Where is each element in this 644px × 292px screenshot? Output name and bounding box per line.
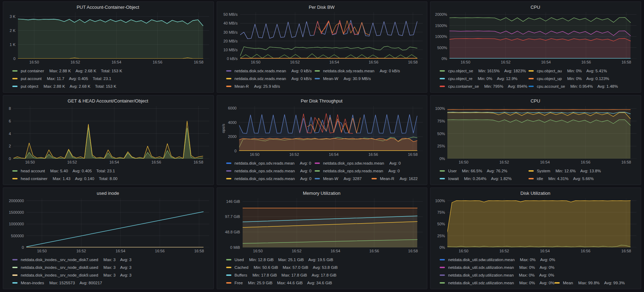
legend-series-name[interactable]: Iowait <box>448 175 459 182</box>
chart-plot[interactable] <box>449 12 637 59</box>
legend-item[interactable]: Mean-RAvg: 1622 <box>372 175 418 182</box>
series-color-swatch[interactable] <box>528 86 534 87</box>
panel-title[interactable]: CPU <box>434 98 637 104</box>
panel-title[interactable]: Disk Utilization <box>434 191 637 196</box>
series-color-swatch[interactable] <box>440 170 445 172</box>
legend-series-name[interactable]: netdata.disk.sdx.reads.mean <box>235 67 286 75</box>
legend-series-name[interactable]: netdata.disk_ops.sdv.reads.mean <box>235 159 295 167</box>
series-color-swatch[interactable] <box>12 170 18 172</box>
series-color-swatch[interactable] <box>440 78 445 79</box>
legend-item[interactable]: netdata.disk_ops.sdv.reads.meanAvg: 0 <box>226 159 315 167</box>
legend-series-name[interactable]: put account <box>21 75 41 82</box>
series-color-swatch[interactable] <box>12 70 18 72</box>
series-color-swatch[interactable] <box>554 282 560 284</box>
legend-item[interactable]: netdata.disk_inodes._srv_node_disk7.used… <box>12 256 132 264</box>
legend-series-name[interactable]: cpu.object_re <box>448 75 472 82</box>
legend-item[interactable]: netdata.disk_ops.sdx.reads.meanAvg: 0 <box>226 167 315 175</box>
panel-title[interactable]: used inode <box>7 191 209 196</box>
legend-series-name[interactable]: netdata.disk_util.sdx.utilization.mean <box>448 264 514 271</box>
legend-series-name[interactable]: cpu.object_se <box>448 67 473 75</box>
series-color-swatch[interactable] <box>528 170 534 172</box>
legend-series-name[interactable]: netdata.disk_ops.sdw.reads.mean <box>323 159 384 167</box>
chart-plot[interactable] <box>13 106 209 159</box>
legend-series-name[interactable]: System <box>537 167 550 175</box>
legend-item[interactable]: cpu.object_reMin: 0%Avg: 12.9% <box>440 75 528 82</box>
legend-item[interactable]: head accountMax: 5.40Avg: 0.405Total: 23… <box>12 167 115 175</box>
series-color-swatch[interactable] <box>226 78 231 79</box>
legend-item[interactable]: cpu.object_upMin: 0%Avg: 0.123% <box>528 75 609 82</box>
series-color-swatch[interactable] <box>528 178 534 179</box>
legend-series-name[interactable]: Buffers <box>235 271 247 279</box>
chart-plot[interactable] <box>240 12 423 59</box>
series-color-swatch[interactable] <box>440 282 445 284</box>
legend-item[interactable]: netdata.disk_ops.sdy.reads.meanAvg: 0 <box>315 167 400 175</box>
series-color-swatch[interactable] <box>12 86 18 87</box>
series-color-swatch[interactable] <box>226 86 231 87</box>
series-color-swatch[interactable] <box>226 267 231 268</box>
legend-series-name[interactable]: Mean-W <box>323 75 338 82</box>
series-color-swatch[interactable] <box>226 178 231 179</box>
legend-item[interactable]: netdata.disk_util.sdw.utilization.meanMa… <box>440 256 555 264</box>
legend-series-name[interactable]: Mean <box>563 279 573 287</box>
legend-item[interactable]: UsedMin: 12.8 GiBMax: 25.1 GiBAvg: 19.5 … <box>226 256 333 264</box>
legend-series-name[interactable]: netdata.disk_ops.sdx.reads.mean <box>235 167 295 175</box>
series-color-swatch[interactable] <box>12 274 18 276</box>
legend-series-name[interactable]: Cached <box>235 264 249 271</box>
legend-item[interactable]: put objectMax: 2.88 KAvg: 2.68 KTotal: 1… <box>12 82 116 90</box>
chart-plot[interactable] <box>18 12 209 59</box>
legend-item[interactable]: cpu.object_auMin: 0%Avg: 5.41% <box>528 67 607 75</box>
legend-series-name[interactable]: idle <box>537 175 543 182</box>
legend-series-name[interactable]: cpu.object_au <box>537 67 562 75</box>
legend-item[interactable]: netdata.disk_inodes._srv_node_disk8.used… <box>12 264 132 271</box>
legend-item[interactable]: cpu.account_seMin: 0.954%Avg: 1.48% <box>528 82 618 90</box>
legend-item[interactable]: CachedMin: 50.6 GiBMax: 57.0 GiBAvg: 53.… <box>226 264 338 271</box>
chart-plot[interactable] <box>447 106 637 159</box>
series-color-swatch[interactable] <box>226 274 231 276</box>
legend-series-name[interactable]: netdata.disk_ops.sdy.reads.mean <box>323 167 383 175</box>
legend-item[interactable]: UserMin: 66.5%Avg: 76.2% <box>440 167 528 175</box>
legend-item[interactable]: idleMin: 4.31%Avg: 5.66% <box>528 175 594 182</box>
series-color-swatch[interactable] <box>528 70 534 72</box>
legend-series-name[interactable]: cpu.account_se <box>537 82 565 90</box>
legend-item[interactable]: netdata.disk_util.sdx.utilization.meanMa… <box>440 264 554 271</box>
legend-item[interactable]: cpu.container_seMin: 795%Avg: 894% <box>440 82 528 90</box>
series-color-swatch[interactable] <box>12 78 18 79</box>
panel-title[interactable]: CPU <box>434 5 637 10</box>
legend-series-name[interactable]: Mean-R <box>380 175 394 182</box>
panel-title[interactable]: Per Disk BW <box>221 5 423 10</box>
panel-title[interactable]: GET & HEAD Account/Container/Object <box>7 98 209 104</box>
series-color-swatch[interactable] <box>12 267 18 268</box>
legend-item[interactable]: put accountMax: 11.7Avg: 0.405Total: 23.… <box>12 75 111 82</box>
legend-series-name[interactable]: cpu.container_se <box>448 82 479 90</box>
series-color-swatch[interactable] <box>315 178 320 179</box>
chart-plot[interactable] <box>26 198 209 247</box>
series-color-swatch[interactable] <box>440 178 445 179</box>
legend-item[interactable]: Mean-RAvg: 25.9 kB/s <box>226 82 280 90</box>
series-color-swatch[interactable] <box>315 70 320 72</box>
series-color-swatch[interactable] <box>226 259 231 260</box>
legend-item[interactable]: netdata.disk_ops.sdw.reads.meanAvg: 0 <box>315 159 401 167</box>
legend-item[interactable]: netdata.disk.sdx.reads.meanAvg: 0 kB/s <box>226 67 315 75</box>
panel-title[interactable]: Per Disk Throughput <box>221 98 423 104</box>
legend-series-name[interactable]: netdata.disk.sdz.reads.mean <box>235 75 286 82</box>
legend-item[interactable]: netdata.disk_ops.sdz.reads.meanAvg: 0 <box>226 175 315 182</box>
legend-item[interactable]: IowaitMin: 0.264%Avg: 1.82% <box>440 175 528 182</box>
series-color-swatch[interactable] <box>440 70 445 72</box>
series-color-swatch[interactable] <box>315 78 320 79</box>
legend-item[interactable]: Mean-WAvg: 30.9 MB/s <box>315 75 371 82</box>
series-color-swatch[interactable] <box>12 178 18 179</box>
panel-title[interactable]: PUT Account-Container-Object <box>7 5 209 10</box>
series-color-swatch[interactable] <box>372 178 377 179</box>
legend-series-name[interactable]: cpu.object_up <box>537 75 562 82</box>
legend-series-name[interactable]: netdata.disk_ops.sdz.reads.mean <box>235 175 295 182</box>
legend-series-name[interactable]: Used <box>235 256 244 264</box>
legend-series-name[interactable]: Free <box>235 279 243 287</box>
legend-item[interactable]: put containerMax: 2.88 KAvg: 2.68 KTotal… <box>12 67 122 75</box>
legend-item[interactable]: SystemMin: 12.6%Avg: 13.8% <box>528 167 601 175</box>
legend-item[interactable]: netdata.disk_inodes._srv_node_disk9.used… <box>12 271 132 279</box>
legend-series-name[interactable]: head container <box>21 175 47 182</box>
series-color-swatch[interactable] <box>528 78 534 79</box>
series-color-swatch[interactable] <box>12 282 18 284</box>
legend-series-name[interactable]: Mean-R <box>235 82 249 90</box>
series-color-swatch[interactable] <box>440 267 445 268</box>
